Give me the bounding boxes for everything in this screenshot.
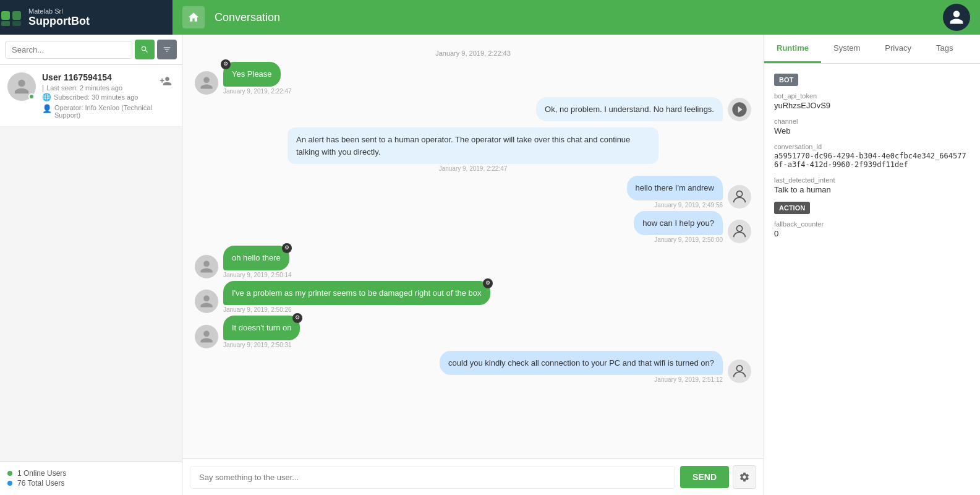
app-name: SupportBot	[28, 15, 90, 28]
timestamp-1: January 9, 2019, 2:22:43	[195, 50, 751, 57]
brand-text: Matelab Srl SupportBot	[28, 7, 90, 28]
fallback-counter-label: fallback_counter	[774, 220, 970, 228]
brand-area: Matelab Srl SupportBot	[0, 0, 173, 35]
bubble-wrap: could you kindly check all connection to…	[440, 351, 723, 384]
online-indicator	[28, 93, 35, 100]
message-text: how can I help you?	[642, 218, 714, 228]
chat-input[interactable]	[190, 466, 675, 489]
svg-rect-0	[1, 11, 10, 20]
bubble-wrap: ⚙ oh hello there January 9, 2019, 2:50:1…	[223, 246, 292, 278]
user-bubble: ⚙ It doesn't turn on	[223, 316, 300, 340]
tab-system[interactable]: System	[821, 35, 872, 63]
operator-bubble: how can I help you?	[634, 211, 723, 236]
bubble-wrap: Ok, no problem. I understand. No hard fe…	[536, 97, 723, 122]
header-avatar	[943, 4, 970, 31]
message-row: An alert has been sent to a human operat…	[195, 127, 751, 172]
bubble-wrap: An alert has been sent to a human operat…	[288, 127, 658, 172]
bot-avatar	[728, 98, 751, 121]
bubble-wrap: ⚙ I've a problem as my printer seems to …	[223, 281, 490, 314]
fallback-counter-value: 0	[774, 229, 970, 238]
total-count: 76 Total Users	[17, 479, 64, 488]
message-row: ⚙ I've a problem as my printer seems to …	[195, 281, 751, 314]
svg-point-5	[736, 226, 742, 231]
tab-tags[interactable]: Tags	[924, 35, 965, 63]
total-dot-stat	[7, 481, 12, 486]
bot-bubble: Ok, no problem. I understand. No hard fe…	[536, 97, 723, 122]
gear-icon-small: ⚙	[292, 313, 302, 323]
search-button[interactable]	[135, 40, 155, 59]
chat-input-bar: SEND	[182, 458, 764, 495]
search-bar	[0, 35, 182, 65]
user-info: User 1167594154 | Last seen: 2 minutes a…	[42, 72, 157, 119]
svg-rect-1	[12, 11, 21, 20]
chat-settings-button[interactable]	[733, 465, 756, 489]
chat-area: January 9, 2019, 2:22:43 ⚙ Yes Please Ja…	[182, 35, 764, 495]
operator-name: Operator: Info Xenioo (Technical Support…	[54, 104, 157, 119]
message-text: Ok, no problem. I understand. No hard fe…	[545, 105, 714, 114]
bubble-wrap: how can I help you? January 9, 2019, 2:5…	[634, 211, 723, 244]
bot-section-header: BOT	[774, 74, 970, 92]
message-text: could you kindly check all connection to…	[448, 358, 714, 368]
user-msg-avatar	[195, 290, 218, 313]
message-time: January 9, 2019, 2:49:56	[654, 202, 723, 209]
subscribed: Subscribed: 30 minutes ago	[54, 93, 138, 101]
search-input[interactable]	[5, 41, 132, 59]
left-sidebar: User 1167594154 | Last seen: 2 minutes a…	[0, 35, 182, 495]
tab-privacy[interactable]: Privacy	[872, 35, 924, 63]
user-card[interactable]: User 1167594154 | Last seen: 2 minutes a…	[0, 65, 182, 127]
operator-bubble: hello there I'm andrew	[627, 176, 723, 200]
brand-logo-icon	[0, 6, 22, 28]
bubble-wrap: ⚙ It doesn't turn on January 9, 2019, 2:…	[223, 316, 300, 348]
last-detected-intent-label: last_detected_intent	[774, 176, 970, 184]
home-button[interactable]	[182, 6, 205, 28]
add-user-button[interactable]	[157, 72, 174, 90]
message-time: January 9, 2019, 2:50:00	[654, 236, 723, 243]
system-bubble: An alert has been sent to a human operat…	[288, 127, 658, 164]
message-row: ⚙ oh hello there January 9, 2019, 2:50:1…	[195, 246, 751, 278]
last-detected-intent-value: Talk to a human	[774, 185, 970, 194]
svg-point-6	[736, 366, 742, 371]
chat-messages: January 9, 2019, 2:22:43 ⚙ Yes Please Ja…	[182, 35, 764, 458]
conversation-id-label: conversation_id	[774, 143, 970, 150]
message-row: could you kindly check all connection to…	[195, 351, 751, 384]
user-name: User 1167594154	[42, 72, 157, 82]
right-panel: Runtime System Privacy Tags BOT bot_api_…	[764, 35, 980, 495]
sidebar-stats: 1 Online Users 76 Total Users	[0, 461, 182, 495]
send-button[interactable]: SEND	[680, 466, 729, 488]
user-msg-avatar	[195, 71, 218, 95]
message-row: Ok, no problem. I understand. No hard fe…	[195, 97, 751, 122]
gear-icon-small: ⚙	[282, 243, 292, 253]
tab-runtime[interactable]: Runtime	[764, 35, 821, 63]
user-msg-avatar	[195, 255, 218, 278]
action-section-header: ACTION	[774, 202, 970, 220]
bot-label: BOT	[774, 74, 798, 86]
bubble-wrap: hello there I'm andrew January 9, 2019, …	[627, 176, 723, 209]
globe-icon: 🌐	[42, 93, 51, 101]
message-time: January 9, 2019, 2:50:26	[223, 306, 292, 313]
gear-icon-small: ⚙	[483, 278, 493, 288]
operator-avatar	[728, 220, 751, 243]
message-time: January 9, 2019, 2:50:31	[223, 342, 292, 348]
operator-bubble: could you kindly check all connection to…	[440, 351, 723, 376]
message-time: January 9, 2019, 2:50:14	[223, 272, 292, 278]
right-tabs: Runtime System Privacy Tags	[764, 35, 980, 64]
operator-icon: 👤	[42, 104, 52, 113]
operator-avatar	[728, 185, 751, 209]
operator-avatar	[728, 359, 751, 383]
message-text: It doesn't turn on	[232, 323, 291, 332]
message-text: Yes Please	[232, 69, 272, 79]
bot-api-token-label: bot_api_token	[774, 92, 970, 100]
message-time: January 9, 2019, 2:51:12	[654, 376, 723, 383]
user-msg-avatar	[195, 325, 218, 348]
message-text: hello there I'm andrew	[636, 183, 715, 192]
message-row: how can I help you? January 9, 2019, 2:5…	[195, 211, 751, 244]
filter-button[interactable]	[157, 40, 177, 59]
conversation-label: Conversation	[215, 11, 280, 24]
svg-rect-3	[12, 21, 21, 26]
online-count: 1 Online Users	[17, 469, 66, 478]
user-bubble: ⚙ oh hello there	[223, 246, 289, 270]
svg-rect-2	[1, 21, 10, 26]
gear-icon-small: ⚙	[221, 59, 231, 69]
right-panel-content: BOT bot_api_token yuRhzsEJOvS9 channel W…	[764, 64, 980, 495]
message-row: ⚙ Yes Please January 9, 2019, 2:22:47	[195, 62, 751, 95]
